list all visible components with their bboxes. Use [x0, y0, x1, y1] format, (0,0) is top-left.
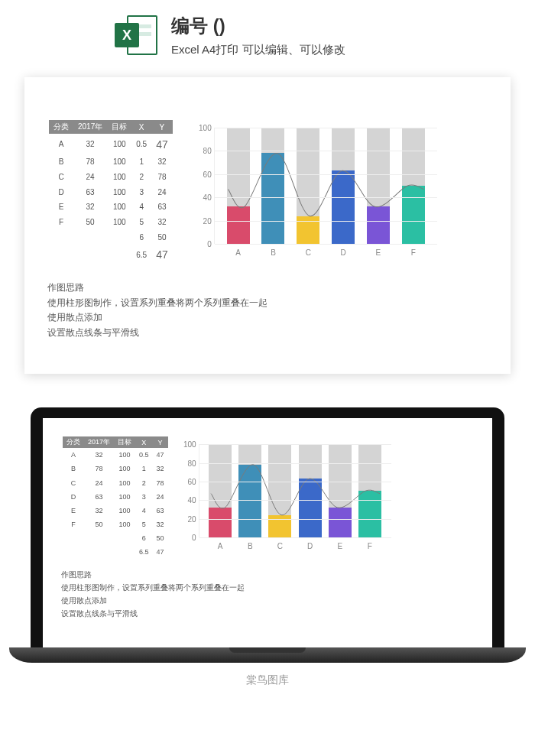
brand-watermark: 棠鸟图库 [31, 663, 504, 687]
table-row: B78100132 [49, 154, 173, 170]
notes-text: 作图思路 使用柱形图制作，设置系列重叠将两个系列重叠在一起 使用散点添加 设置散… [40, 281, 495, 340]
notes-text-mini: 作图思路 使用柱形图制作，设置系列重叠将两个系列重叠在一起 使用散点添加 设置散… [54, 568, 481, 620]
bar-A: A [209, 444, 232, 537]
table-row: 650 [63, 531, 168, 545]
bar-chart-mini: ABCDEF 020406080100 [176, 436, 397, 559]
bar-A: A [227, 128, 250, 244]
excel-icon: X [115, 14, 157, 57]
table-row: E32100463 [63, 504, 168, 518]
table-row: E32100463 [49, 200, 173, 215]
table-header: 2017年 [73, 120, 107, 134]
table-header: X [131, 120, 151, 134]
table-row: B78100132 [63, 462, 168, 475]
table-row: C24100278 [49, 170, 173, 185]
page-header: X 编号 () Excel A4打印 可以编辑、可以修改 [0, 0, 535, 67]
bar-C: C [268, 444, 291, 537]
table-row: 6.547 [63, 545, 168, 559]
table-header: X [135, 436, 153, 448]
bar-D: D [332, 128, 355, 244]
page-subtitle: Excel A4打印 可以编辑、可以修改 [171, 43, 345, 57]
table-header: Y [153, 436, 168, 448]
bar-F: F [358, 444, 381, 537]
laptop-mockup: 分类2017年目标XY A321000.547B78100132C2410027… [0, 374, 535, 687]
data-table: 分类2017年目标XY A321000.547B78100132C2410027… [49, 120, 173, 265]
bar-chart: ABCDEF 020406080100 [191, 120, 443, 265]
table-header: 分类 [63, 436, 84, 448]
bar-C: C [297, 128, 319, 244]
bar-E: E [329, 444, 352, 537]
bar-F: F [402, 128, 425, 244]
table-row: 6.547 [49, 245, 173, 265]
table-row: A321000.547 [49, 134, 173, 154]
bar-B: B [238, 444, 261, 537]
data-table-mini: 分类2017年目标XY A321000.547B78100132C2410027… [63, 436, 168, 559]
table-header: 2017年 [84, 436, 114, 448]
table-row: D63100324 [63, 490, 168, 504]
table-header: Y [151, 120, 173, 134]
bar-B: B [261, 128, 284, 244]
table-row: D63100324 [49, 184, 173, 200]
table-header: 分类 [49, 120, 73, 134]
table-row: F50100532 [49, 215, 173, 230]
table-header: 目标 [107, 120, 131, 134]
bar-E: E [367, 128, 390, 244]
table-header: 目标 [114, 436, 135, 448]
table-row: A321000.547 [63, 448, 168, 462]
bar-D: D [299, 444, 322, 537]
table-row: C24100278 [63, 475, 168, 489]
page-title: 编号 () [171, 14, 345, 38]
table-row: F50100532 [63, 518, 168, 531]
preview-card: 分类2017年目标XY A321000.547B78100132C2410027… [24, 77, 511, 374]
table-row: 650 [49, 229, 173, 245]
